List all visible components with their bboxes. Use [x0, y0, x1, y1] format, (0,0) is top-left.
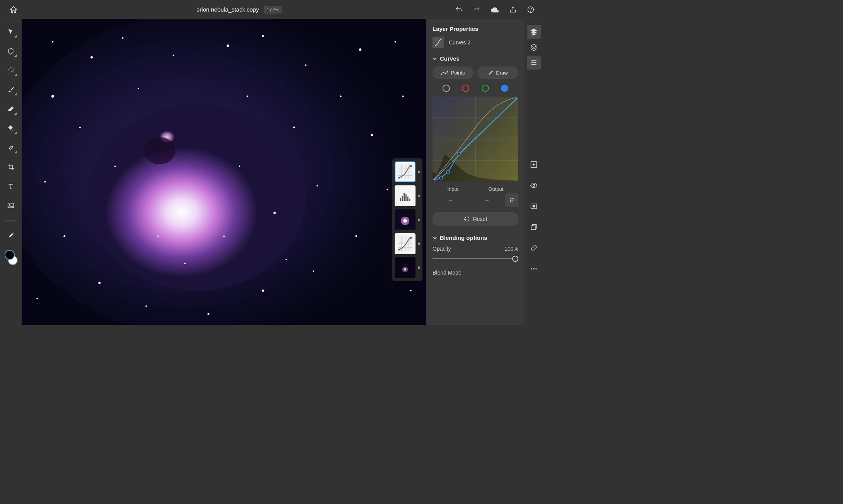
svg-point-14 [90, 56, 93, 58]
delete-point-button[interactable] [505, 193, 518, 207]
panel-title: Layer Properties [433, 25, 518, 32]
layer-thumb-curves-active[interactable] [395, 161, 416, 182]
svg-rect-57 [407, 197, 409, 201]
output-value: -- [469, 197, 505, 203]
svg-point-27 [145, 305, 147, 307]
svg-point-4 [10, 147, 11, 148]
eyedropper-tool[interactable] [5, 229, 17, 241]
input-value: -- [433, 197, 469, 203]
add-layer-button[interactable] [527, 158, 541, 171]
undo-button[interactable] [455, 6, 463, 14]
image-tool[interactable] [5, 199, 17, 212]
reset-icon [464, 216, 470, 222]
chevron-down-icon [433, 236, 437, 240]
svg-point-32 [387, 189, 388, 190]
svg-rect-55 [404, 193, 405, 201]
transform-tool[interactable] [5, 45, 17, 57]
svg-point-88 [533, 205, 535, 208]
points-button[interactable]: Points [433, 66, 473, 79]
svg-rect-58 [409, 199, 410, 201]
svg-point-82 [532, 60, 533, 61]
svg-point-51 [410, 165, 412, 167]
brush-tool[interactable] [5, 83, 17, 96]
adjustments-button[interactable] [527, 56, 541, 70]
draw-button[interactable]: Draw [477, 66, 518, 79]
lasso-tool[interactable] [5, 64, 17, 76]
channel-rgb[interactable] [443, 85, 450, 92]
foreground-color[interactable] [5, 250, 15, 260]
visibility-button[interactable] [527, 178, 541, 192]
svg-point-21 [394, 41, 396, 42]
share-button[interactable] [509, 6, 517, 14]
blending-section-header[interactable]: Blending options [433, 234, 518, 241]
svg-point-77 [433, 179, 435, 182]
svg-point-79 [446, 170, 450, 173]
svg-rect-53 [400, 198, 401, 201]
channel-green[interactable] [482, 85, 489, 92]
layer-thumb-levels[interactable] [395, 185, 416, 206]
opacity-slider[interactable] [433, 255, 518, 263]
top-bar: orion nebula_stack copy 177% [0, 0, 543, 19]
svg-rect-6 [8, 203, 14, 208]
more-button[interactable] [527, 262, 541, 276]
svg-point-33 [371, 134, 373, 136]
svg-point-47 [286, 259, 287, 260]
svg-point-36 [247, 95, 248, 97]
input-label: Input [448, 186, 459, 192]
svg-point-37 [138, 88, 139, 89]
visibility-dot[interactable] [418, 219, 420, 221]
svg-point-16 [173, 54, 174, 56]
svg-point-81 [517, 97, 518, 99]
svg-point-26 [98, 282, 100, 284]
svg-rect-56 [405, 194, 407, 201]
visibility-dot[interactable] [418, 266, 420, 269]
layer-name[interactable]: Curves 2 [449, 39, 470, 46]
move-tool[interactable] [5, 25, 17, 38]
clip-button[interactable] [527, 220, 541, 234]
svg-point-34 [340, 95, 342, 97]
heal-tool[interactable] [5, 141, 17, 154]
svg-point-48 [157, 236, 158, 237]
type-tool[interactable] [5, 180, 17, 192]
svg-point-35 [293, 126, 295, 128]
canvas[interactable] [22, 19, 426, 325]
layer-thumb-image-2[interactable] [395, 257, 416, 278]
zoom-level[interactable]: 177% [264, 6, 282, 14]
redo-button[interactable] [473, 6, 480, 14]
color-swatches[interactable] [4, 250, 18, 265]
svg-point-80 [458, 152, 461, 155]
pencil-icon [488, 70, 493, 76]
channel-blue[interactable] [501, 85, 508, 92]
layer-thumb-image-1[interactable] [395, 209, 416, 230]
svg-point-45 [36, 298, 38, 299]
curves-graph[interactable] [433, 97, 518, 182]
svg-rect-52 [398, 188, 412, 203]
opacity-label: Opacity [433, 246, 451, 252]
erase-layer-button[interactable] [527, 241, 541, 255]
mask-button[interactable] [527, 199, 541, 213]
home-button[interactable] [7, 3, 20, 16]
svg-point-15 [122, 37, 124, 39]
visibility-dot[interactable] [418, 243, 420, 245]
curves-section-header[interactable]: Curves [433, 55, 518, 62]
right-rail [525, 19, 543, 325]
chevron-down-icon [433, 56, 437, 61]
svg-point-23 [79, 127, 81, 128]
layer-thumb-curves-2[interactable] [395, 233, 416, 254]
visibility-dot[interactable] [418, 171, 420, 173]
visibility-dot[interactable] [418, 195, 420, 197]
help-button[interactable] [527, 6, 535, 14]
svg-point-40 [239, 165, 240, 167]
layer-type-icon [433, 37, 444, 48]
layer-stack-button[interactable] [527, 40, 541, 54]
fill-tool[interactable] [5, 122, 17, 134]
svg-point-78 [439, 176, 443, 179]
channel-red[interactable] [462, 85, 469, 92]
crop-tool[interactable] [5, 161, 17, 173]
layers-panel-button[interactable] [527, 25, 541, 39]
svg-point-31 [355, 235, 357, 237]
eraser-tool[interactable] [5, 103, 17, 115]
reset-button[interactable]: Reset [433, 212, 518, 226]
svg-point-50 [398, 177, 400, 179]
cloud-button[interactable] [490, 5, 499, 14]
